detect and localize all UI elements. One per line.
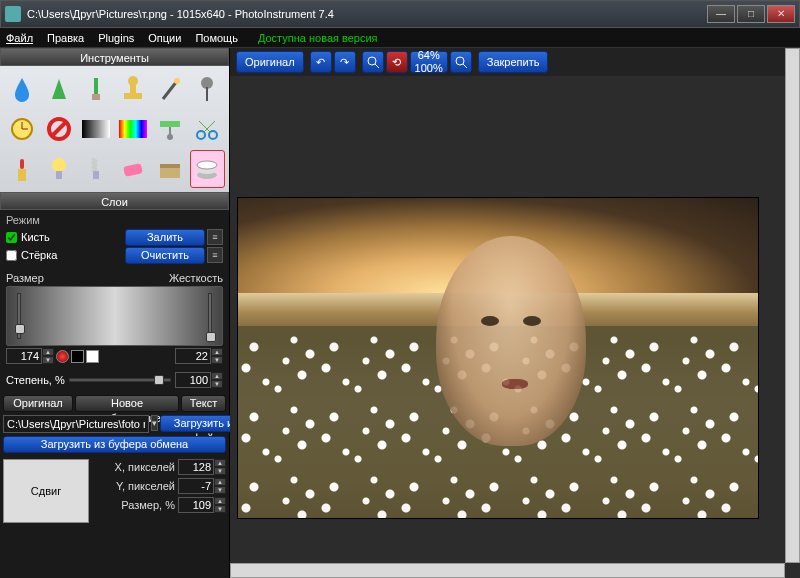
- mode-panel: Режим Кисть Залить≡ Стёрка Очистить≡: [0, 210, 229, 268]
- x-input[interactable]: ▲▼: [178, 459, 226, 475]
- svg-rect-15: [119, 120, 147, 138]
- tool-tree[interactable]: [41, 70, 76, 108]
- tool-bw-gradient[interactable]: [78, 110, 113, 148]
- tool-drop[interactable]: [4, 70, 39, 108]
- sidebar: Инструменты Слои Режим Кисть: [0, 48, 230, 578]
- tab-newimage[interactable]: Новое изображение: [75, 395, 179, 412]
- x-label: X, пикселей: [115, 461, 175, 473]
- tool-scale[interactable]: [153, 110, 188, 148]
- svg-point-4: [128, 76, 138, 86]
- tool-layers[interactable]: [190, 150, 225, 188]
- size-percent-label: Размер, %: [121, 499, 175, 511]
- fg-color-swatch[interactable]: [56, 350, 69, 363]
- fill-button[interactable]: Залить: [125, 229, 205, 246]
- clear-opts-button[interactable]: ≡: [207, 247, 223, 263]
- original-button[interactable]: Оригинал: [236, 51, 304, 73]
- maximize-button[interactable]: □: [737, 5, 765, 23]
- window-title: C:\Users\Друг\Pictures\т.png - 1015x640 …: [27, 8, 705, 20]
- tool-clock[interactable]: [4, 110, 39, 148]
- svg-rect-1: [92, 94, 100, 100]
- svg-rect-2: [124, 93, 142, 99]
- tools-grid: [0, 66, 229, 192]
- tool-nosign[interactable]: [41, 110, 76, 148]
- mode-label: Режим: [6, 214, 223, 226]
- tools-header: Инструменты: [0, 48, 229, 66]
- svg-rect-14: [82, 120, 110, 138]
- scrollbar-horizontal[interactable]: [230, 563, 785, 578]
- menu-options[interactable]: Опции: [148, 32, 181, 44]
- menu-edit[interactable]: Правка: [47, 32, 84, 44]
- tool-stamp[interactable]: [116, 70, 151, 108]
- svg-line-35: [375, 64, 379, 68]
- hardness-input[interactable]: ▲▼: [175, 348, 223, 364]
- menubar: Файл Правка Plugins Опции Помощь Доступн…: [0, 28, 800, 48]
- tool-brush[interactable]: [78, 70, 113, 108]
- path-dropdown[interactable]: ▾: [151, 415, 158, 431]
- zoom-display[interactable]: 64%100%: [410, 51, 448, 73]
- undo-button[interactable]: ↶: [310, 51, 332, 73]
- pin-button[interactable]: Закрепить: [478, 51, 549, 73]
- viewport[interactable]: [230, 76, 800, 578]
- svg-rect-0: [94, 78, 98, 94]
- svg-line-37: [463, 64, 467, 68]
- zoom-out-button[interactable]: [362, 51, 384, 73]
- svg-point-18: [167, 134, 173, 140]
- tool-bulb[interactable]: [41, 150, 76, 188]
- path-input[interactable]: [3, 415, 149, 433]
- tool-lipstick[interactable]: [4, 150, 39, 188]
- brush-preview[interactable]: [6, 286, 223, 346]
- eraser-checkbox[interactable]: Стёрка: [6, 249, 57, 261]
- degree-panel: Степень, % ▲▼: [0, 368, 229, 392]
- svg-point-6: [174, 78, 180, 84]
- tab-text[interactable]: Текст: [181, 395, 226, 412]
- degree-input[interactable]: ▲▼: [175, 372, 223, 388]
- brush-checkbox[interactable]: Кисть: [6, 231, 50, 243]
- y-input[interactable]: ▲▼: [178, 478, 226, 494]
- canvas-image[interactable]: [238, 198, 758, 518]
- layers-header: Слои: [0, 192, 229, 210]
- load-clipboard-button[interactable]: Загрузить из буфера обмена: [3, 436, 226, 453]
- degree-label: Степень, %: [6, 374, 65, 386]
- titlebar: C:\Users\Друг\Pictures\т.png - 1015x640 …: [0, 0, 800, 28]
- scrollbar-vertical[interactable]: [785, 48, 800, 563]
- tool-scissors[interactable]: [190, 110, 225, 148]
- tab-original[interactable]: Оригинал: [3, 395, 73, 412]
- svg-point-25: [52, 158, 66, 172]
- svg-line-5: [163, 81, 177, 99]
- hardness-label: Жесткость: [169, 272, 223, 284]
- menu-file[interactable]: Файл: [6, 32, 33, 44]
- canvas-area: Оригинал ↶ ↷ ⟲ 64%100% Закрепить: [230, 48, 800, 578]
- size-panel: РазмерЖесткость ▲▼ ▲▼: [0, 268, 229, 368]
- close-button[interactable]: ✕: [767, 5, 795, 23]
- size-percent-input[interactable]: ▲▼: [178, 497, 226, 513]
- tool-eraser[interactable]: [116, 150, 151, 188]
- degree-slider[interactable]: [69, 378, 171, 382]
- zoom-reset-button[interactable]: ⟲: [386, 51, 408, 73]
- svg-rect-27: [93, 171, 99, 179]
- tool-spiral-bulb[interactable]: [78, 150, 113, 188]
- fill-opts-button[interactable]: ≡: [207, 229, 223, 245]
- svg-point-33: [197, 161, 217, 169]
- color-white[interactable]: [86, 350, 99, 363]
- svg-point-36: [456, 57, 464, 65]
- clear-button[interactable]: Очистить: [125, 247, 205, 264]
- tool-wand[interactable]: [153, 70, 188, 108]
- svg-rect-24: [20, 159, 24, 169]
- menu-help[interactable]: Помощь: [195, 32, 238, 44]
- tool-spectrum[interactable]: [116, 110, 151, 148]
- redo-button[interactable]: ↷: [334, 51, 356, 73]
- svg-rect-28: [123, 163, 143, 177]
- y-label: Y, пикселей: [116, 480, 175, 492]
- color-black[interactable]: [71, 350, 84, 363]
- size-input[interactable]: ▲▼: [6, 348, 54, 364]
- tool-package[interactable]: [153, 150, 188, 188]
- zoom-in-button[interactable]: [450, 51, 472, 73]
- minimize-button[interactable]: —: [707, 5, 735, 23]
- menu-plugins[interactable]: Plugins: [98, 32, 134, 44]
- svg-point-34: [368, 57, 376, 65]
- new-version-link[interactable]: Доступна новая версия: [258, 32, 378, 44]
- tool-pin[interactable]: [190, 70, 225, 108]
- svg-line-13: [52, 122, 66, 136]
- app-icon: [5, 6, 21, 22]
- shift-pad[interactable]: Сдвиг: [3, 459, 89, 523]
